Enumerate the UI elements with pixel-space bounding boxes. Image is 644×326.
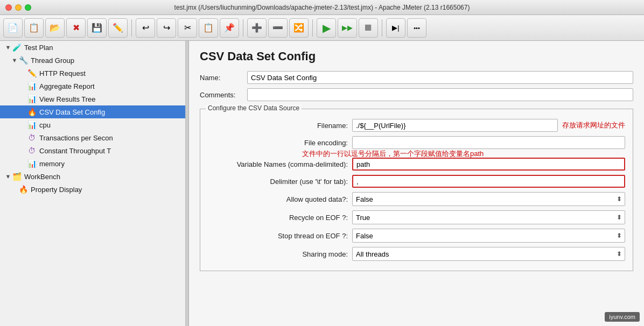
maximize-window-button[interactable] — [25, 4, 31, 11]
allow-quoted-select[interactable]: False True — [352, 192, 625, 206]
sidebar-item-cpu[interactable]: 📊 cpu — [0, 118, 185, 131]
csv-config-group: Configure the CSV Data Source Filename: … — [200, 109, 633, 271]
sharing-mode-label: Sharing mode: — [208, 250, 348, 258]
paste-button[interactable]: 📌 — [220, 18, 239, 38]
window-controls[interactable] — [5, 4, 31, 11]
remote-more-button[interactable]: ••• — [407, 18, 426, 38]
edit-button[interactable]: ✏️ — [108, 18, 128, 38]
property-display-icon: 🔥 — [18, 185, 28, 194]
name-input[interactable] — [247, 71, 633, 84]
copy-button[interactable]: 📋 — [199, 18, 218, 38]
toolbar: 📄 📋 📂 ✖ 💾 ✏️ ↩ ↪ ✂ 📋 📌 ➕ ➖ 🔀 ▶ ▶▶ ⏹ ▶| •… — [0, 15, 644, 41]
separator-1 — [131, 19, 132, 37]
workbench-icon: 🗂️ — [12, 172, 22, 181]
redo-button[interactable]: ↪ — [157, 18, 176, 38]
allow-quoted-label: Allow quoted data?: — [208, 195, 348, 203]
open-button[interactable]: 📂 — [45, 18, 65, 38]
start-button[interactable]: ▶ — [317, 18, 336, 38]
sharing-mode-select[interactable]: All threads Current thread group Current… — [352, 247, 625, 261]
filename-input[interactable] — [352, 119, 558, 132]
sharing-mode-select-wrapper: All threads Current thread group Current… — [352, 247, 625, 261]
stop-thread-select[interactable]: False True — [352, 229, 625, 243]
save-button[interactable]: 💾 — [87, 18, 107, 38]
collapse-button[interactable]: ➖ — [268, 18, 288, 38]
sidebar-item-workbench[interactable]: ▼ 🗂️ WorkBench — [0, 170, 185, 183]
delimiter-label: Delimiter (use '\t' for tab): — [208, 178, 348, 186]
config-group-title: Configure the CSV Data Source — [206, 104, 302, 112]
sidebar-item-thread-group[interactable]: ▼ 🔧 Thread Group — [0, 54, 185, 67]
sharing-mode-row: Sharing mode: All threads Current thread… — [208, 247, 625, 261]
filename-annotation: 存放请求网址的文件 — [562, 121, 625, 130]
name-row: Name: — [200, 71, 633, 84]
delimiter-input[interactable] — [352, 175, 625, 188]
stop-thread-row: Stop thread on EOF ?: False True — [208, 229, 625, 243]
toggle-workbench[interactable]: ▼ — [4, 173, 12, 180]
sidebar-item-csv-data-set[interactable]: 🔥 CSV Data Set Config — [0, 105, 185, 118]
separator-4 — [382, 19, 382, 37]
cpu-label: cpu — [39, 121, 51, 129]
name-label: Name: — [200, 74, 243, 82]
toggle-button[interactable]: 🔀 — [289, 18, 309, 38]
file-encoding-annotation: 文件中的一行以逗号分隔后，第一个字段赋值给变量名path — [302, 149, 484, 159]
comments-label: Comments: — [200, 91, 243, 99]
memory-label: memory — [39, 160, 65, 168]
variable-names-row: Variable Names (comma-delimited): — [208, 158, 625, 171]
undo-button[interactable]: ↩ — [136, 18, 155, 38]
aggregate-report-label: Aggregate Report — [39, 82, 95, 90]
page-title: CSV Data Set Config — [200, 49, 633, 63]
minimize-window-button[interactable] — [15, 4, 22, 11]
sidebar-item-aggregate-report[interactable]: 📊 Aggregate Report — [0, 80, 185, 93]
test-plan-icon: 🧪 — [12, 42, 22, 52]
allow-quoted-row: Allow quoted data?: False True — [208, 192, 625, 206]
sidebar-item-memory[interactable]: 📊 memory — [0, 157, 185, 170]
csv-label: CSV Data Set Config — [39, 108, 105, 116]
comments-row: Comments: — [200, 88, 633, 101]
close-button[interactable]: ✖ — [66, 18, 86, 38]
sidebar: ▼ 🧪 Test Plan ▼ 🔧 Thread Group ✏️ HTTP R… — [0, 41, 186, 326]
recycle-eof-select[interactable]: True False — [352, 210, 625, 224]
recycle-eof-row: Recycle on EOF ?: True False — [208, 210, 625, 224]
file-encoding-input[interactable] — [352, 136, 625, 149]
thread-group-icon: 🔧 — [18, 55, 28, 65]
recycle-eof-label: Recycle on EOF ?: — [208, 214, 348, 222]
toggle-thread-group[interactable]: ▼ — [11, 57, 18, 63]
workbench-label: WorkBench — [24, 173, 60, 181]
transactions-icon: ⏱ — [27, 133, 37, 143]
allow-quoted-select-wrapper: False True — [352, 192, 625, 206]
file-encoding-label: File encoding: — [208, 139, 348, 147]
window-title: test.jmx (/Users/liuchunming/Downloads/a… — [174, 4, 470, 11]
comments-input[interactable] — [247, 88, 633, 101]
start-no-pauses-button[interactable]: ▶▶ — [338, 18, 357, 38]
toggle-test-plan[interactable]: ▼ — [4, 44, 12, 51]
memory-icon: 📊 — [27, 159, 37, 168]
remote-start-button[interactable]: ▶| — [386, 18, 405, 38]
close-window-button[interactable] — [5, 4, 12, 11]
templates-button[interactable]: 📋 — [24, 18, 44, 38]
http-request-icon: ✏️ — [27, 68, 37, 78]
view-results-icon: 📊 — [27, 94, 37, 104]
variable-names-input[interactable] — [352, 158, 625, 171]
view-results-label: View Results Tree — [39, 95, 96, 103]
filename-row: Filename: 存放请求网址的文件 — [208, 119, 625, 132]
variable-names-label: Variable Names (comma-delimited): — [208, 160, 348, 168]
cpu-icon: 📊 — [27, 120, 37, 130]
content-area: CSV Data Set Config Name: Comments: Conf… — [189, 41, 644, 326]
cut-button[interactable]: ✂ — [178, 18, 197, 38]
csv-icon: 🔥 — [27, 107, 37, 117]
sidebar-item-test-plan[interactable]: ▼ 🧪 Test Plan — [0, 41, 185, 54]
stop-button[interactable]: ⏹ — [359, 18, 378, 38]
test-plan-label: Test Plan — [24, 44, 53, 52]
filename-label: Filename: — [208, 122, 348, 130]
separator-3 — [312, 19, 313, 37]
sidebar-item-view-results-tree[interactable]: 📊 View Results Tree — [0, 93, 185, 105]
aggregate-report-icon: 📊 — [27, 81, 37, 91]
stop-thread-label: Stop thread on EOF ?: — [208, 232, 348, 240]
new-button[interactable]: 📄 — [3, 18, 23, 38]
sidebar-item-constant-throughput[interactable]: ⏱ Constant Throughput T — [0, 144, 185, 157]
sidebar-item-property-display[interactable]: 🔥 Property Display — [0, 183, 185, 196]
expand-button[interactable]: ➕ — [247, 18, 267, 38]
sidebar-item-http-request[interactable]: ✏️ HTTP Request — [0, 67, 185, 80]
throughput-label: Constant Throughput T — [39, 147, 111, 155]
sidebar-item-transactions[interactable]: ⏱ Transactions per Secon — [0, 131, 185, 144]
http-request-label: HTTP Request — [39, 69, 86, 77]
